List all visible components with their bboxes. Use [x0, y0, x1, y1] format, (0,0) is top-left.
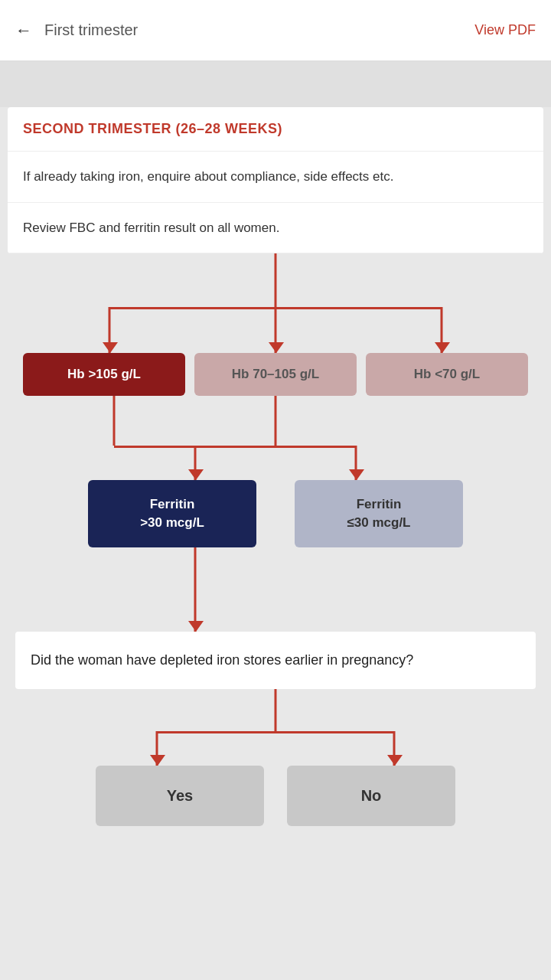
- flowchart: Hb >105 g/L Hb 70–105 g/L Hb <70 g/L F: [0, 253, 551, 841]
- arrow-right: [435, 342, 450, 353]
- arrow-ferritin-down: [188, 621, 204, 632]
- ferritin-question-connector: [38, 547, 513, 632]
- ferritin-box-high: Ferritin>30 mcg/L: [88, 480, 256, 547]
- section-title: SECOND TRIMESTER (26–28 WEEKS): [23, 121, 282, 136]
- arrow-ferritin-right: [349, 469, 364, 480]
- yes-no-connector: [38, 689, 513, 766]
- header: ← First trimester View PDF: [0, 0, 551, 61]
- section-card: SECOND TRIMESTER (26–28 WEEKS) If alread…: [8, 107, 543, 253]
- arrow-left: [103, 342, 118, 353]
- page-title: First trimester: [44, 21, 474, 39]
- yes-no-boxes: Yes No: [23, 766, 528, 826]
- hb-ferritin-connector: [38, 396, 513, 480]
- no-box: No: [287, 766, 455, 826]
- arrow-no: [387, 755, 403, 766]
- three-way-connector: [38, 307, 513, 353]
- hb-box-low: Hb <70 g/L: [366, 353, 528, 396]
- iron-row: If already taking iron, enquire about co…: [8, 152, 543, 203]
- hb-box-high: Hb >105 g/L: [23, 353, 185, 396]
- arrow-center: [269, 342, 284, 353]
- top-gray-area: [0, 61, 551, 107]
- hb-box-mid: Hb 70–105 g/L: [194, 353, 357, 396]
- ferritin-box-low: Ferritin≤30 mcg/L: [295, 480, 463, 547]
- section-card-header: SECOND TRIMESTER (26–28 WEEKS): [8, 107, 543, 152]
- ferritin-boxes-row: Ferritin>30 mcg/L Ferritin≤30 mcg/L: [23, 480, 528, 547]
- view-pdf-link[interactable]: View PDF: [474, 22, 536, 38]
- hb-boxes-row: Hb >105 g/L Hb 70–105 g/L Hb <70 g/L: [23, 353, 528, 396]
- yes-box: Yes: [96, 766, 264, 826]
- arrow-ferritin-left: [188, 469, 204, 480]
- top-vertical-connector: [8, 253, 543, 307]
- question-text: Did the woman have depleted iron stores …: [31, 652, 413, 668]
- question-card: Did the woman have depleted iron stores …: [15, 632, 536, 689]
- fbc-row: Review FBC and ferritin result on all wo…: [8, 203, 543, 254]
- arrow-yes: [150, 755, 165, 766]
- back-button[interactable]: ←: [15, 21, 32, 41]
